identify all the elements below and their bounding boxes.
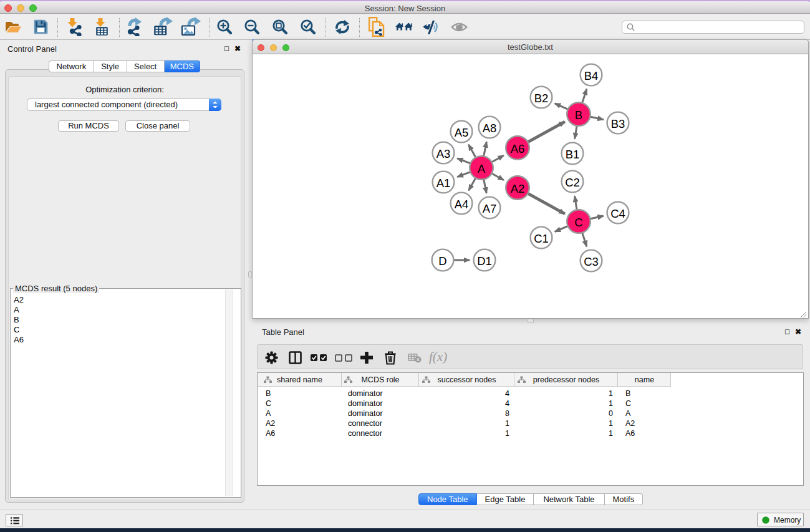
svg-text:A1: A1: [436, 177, 451, 190]
svg-text:C4: C4: [610, 207, 625, 220]
svg-text:C2: C2: [565, 176, 580, 189]
svg-text:D1: D1: [477, 254, 492, 268]
svg-text:D: D: [438, 254, 446, 268]
svg-text:A: A: [478, 162, 486, 175]
svg-text:A3: A3: [436, 147, 451, 160]
svg-text:B: B: [575, 109, 582, 122]
svg-text:C: C: [574, 216, 582, 229]
svg-text:A2: A2: [511, 182, 525, 195]
svg-text:A8: A8: [483, 122, 497, 135]
svg-text:A4: A4: [455, 198, 469, 211]
svg-text:A6: A6: [511, 142, 525, 155]
svg-text:A5: A5: [455, 126, 469, 139]
svg-text:B2: B2: [534, 92, 549, 105]
svg-text:B1: B1: [566, 148, 580, 161]
svg-text:B3: B3: [611, 117, 625, 130]
svg-text:C1: C1: [534, 232, 549, 245]
svg-text:B4: B4: [584, 69, 599, 82]
svg-text:A7: A7: [483, 202, 497, 215]
svg-text:C3: C3: [584, 255, 599, 268]
